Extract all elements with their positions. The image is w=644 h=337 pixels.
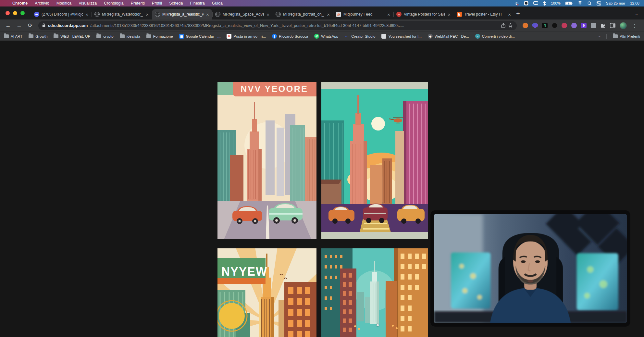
new-tab-button[interactable]: +	[514, 10, 523, 19]
extension-shield-icon[interactable]	[532, 23, 538, 28]
bookmark-label: Google Calendar - ...	[186, 34, 221, 38]
webmail-icon: ◆	[428, 34, 433, 39]
extensions-puzzle-icon[interactable]	[601, 23, 606, 28]
bookmark-converti-video[interactable]: ≈Converti i video di...	[475, 34, 515, 39]
bookmark-whatsapp[interactable]: ✆WhatsApp	[314, 34, 338, 39]
tab-etsy-travel-poster[interactable]: E Travel poster - Etsy IT ×	[454, 9, 514, 19]
bookmark-star-icon[interactable]	[508, 23, 513, 28]
bookmark-label: WEB - LEVEL-UP	[60, 34, 90, 38]
tab-midjourney-feed[interactable]: ⛵ Midjourney Feed ×	[333, 9, 393, 19]
extension-n-icon[interactable]: N	[542, 23, 548, 28]
bookmark-folder-crypto[interactable]: crypto	[96, 34, 113, 38]
tab-portrait[interactable]: MRregista_portrait_on_a ×	[273, 9, 333, 19]
forward-button[interactable]: →	[14, 22, 24, 29]
extension-purple-icon[interactable]	[571, 23, 577, 28]
extension-black-icon[interactable]	[552, 23, 557, 28]
tabs-container: (2765) Discord | @Midjou × MRregista_Wat…	[31, 9, 644, 19]
bookmark-label: Creator Studio	[351, 34, 375, 38]
menu-cronologia[interactable]: Cronologia	[104, 1, 123, 6]
menu-visualizza[interactable]: Visualizza	[79, 1, 97, 6]
menu-chrome[interactable]: Chrome	[12, 1, 28, 6]
side-panel-icon[interactable]	[610, 23, 615, 28]
bluetooth-icon[interactable]	[543, 1, 546, 6]
bookmark-you-searched[interactable]: You searched for I...	[381, 34, 422, 39]
poster-new-york-bottom-right[interactable]	[321, 248, 428, 337]
menu-guida[interactable]: Guida	[212, 1, 223, 6]
tab-space-adventure[interactable]: MRregista_Space_Advent ×	[212, 9, 273, 19]
reload-button[interactable]: ⟳	[25, 22, 35, 29]
profile-avatar[interactable]	[620, 22, 627, 29]
poster-new-york-top-right[interactable]	[321, 82, 428, 239]
bookmark-label: Growth	[35, 34, 47, 38]
midjourney-favicon-icon: ⛵	[336, 12, 341, 17]
poster-new-york-top-left[interactable]: NVV YEOORE	[217, 82, 316, 239]
tab-title: Travel poster - Etsy IT	[464, 12, 505, 17]
tab-discord[interactable]: (2765) Discord | @Midjou ×	[31, 9, 92, 19]
extension-orange-icon[interactable]	[523, 23, 528, 28]
bookmark-folder-formazione[interactable]: Formazione	[146, 34, 173, 38]
chrome-menu-icon[interactable]: ⋮	[631, 23, 638, 28]
bookmark-folder-ai-art[interactable]: AI ART	[4, 34, 22, 38]
bookmarks-overflow-chevron[interactable]: »	[598, 34, 600, 38]
bookmark-label: You searched for I...	[388, 34, 422, 38]
globe-favicon-icon	[155, 12, 160, 17]
shield-app-icon[interactable]	[524, 1, 528, 6]
bookmark-gmail[interactable]: MPosta in arrivo - ri...	[227, 34, 266, 39]
bookmark-label: AI ART	[11, 34, 22, 38]
webcam-overlay[interactable]	[430, 210, 630, 327]
tab-close-icon[interactable]: ×	[508, 12, 511, 17]
menu-preferiti[interactable]: Preferiti	[131, 1, 145, 6]
lock-icon[interactable]	[42, 23, 45, 28]
converter-icon: ≈	[475, 34, 480, 39]
bookmark-folder-web-level-up[interactable]: WEB - LEVEL-UP	[54, 34, 90, 38]
bookmark-folder-growth[interactable]: Growth	[29, 34, 47, 38]
menubar-date[interactable]: Sab 25 mar	[606, 1, 625, 5]
search-tabs-chevron-icon[interactable]: ⌄	[633, 12, 644, 19]
bookmark-folder-idealista[interactable]: idealista	[120, 34, 140, 38]
menu-finestra[interactable]: Finestra	[190, 1, 205, 6]
tab-close-icon[interactable]: ×	[387, 12, 390, 17]
tab-close-icon[interactable]: ×	[266, 12, 270, 17]
wifi-icon[interactable]	[577, 1, 583, 5]
facebook-icon: f	[272, 34, 277, 39]
minimize-window-button[interactable]	[13, 11, 17, 15]
other-favorites[interactable]: Altri Preferiti	[613, 34, 640, 38]
bookmark-facebook[interactable]: fRiccardo Scrocca	[272, 34, 308, 39]
menu-scheda[interactable]: Scheda	[169, 1, 183, 6]
tab-realistic-view-active[interactable]: MRregista_a_realistic_vie ×	[152, 9, 212, 19]
tab-close-icon[interactable]: ×	[447, 12, 451, 17]
tab-close-icon[interactable]: ×	[327, 12, 330, 17]
zoom-window-button[interactable]	[20, 11, 25, 15]
tab-watercolor[interactable]: MRregista_Watercolor_Pa ×	[92, 9, 152, 19]
extension-five-icon[interactable]: 5	[581, 23, 587, 28]
tab-close-icon[interactable]: ×	[85, 12, 89, 17]
address-bar[interactable]: cdn.discordapp.com /attachments/10135123…	[38, 21, 517, 30]
url-path: /attachments/1013512335442333816/1089142…	[90, 23, 499, 28]
close-window-button[interactable]	[6, 11, 10, 15]
folder-icon	[4, 34, 9, 38]
share-icon[interactable]	[501, 23, 505, 28]
spotlight-search-icon[interactable]	[588, 1, 592, 6]
menu-modifica[interactable]: Modifica	[56, 1, 72, 6]
bookmark-creator-studio[interactable]: ∞Creator Studio	[344, 34, 375, 39]
display-icon[interactable]	[533, 1, 538, 5]
tab-close-icon[interactable]: ×	[206, 12, 209, 17]
menubar-time[interactable]: 12:08	[630, 1, 639, 5]
menu-archivio[interactable]: Archivio	[35, 1, 49, 6]
poster-title-text: NYYEW	[221, 265, 267, 278]
control-center-icon[interactable]	[597, 1, 601, 6]
menu-profili[interactable]: Profili	[152, 1, 162, 6]
tab-title: MRregista_Watercolor_Pa	[102, 12, 143, 17]
back-button[interactable]: ←	[3, 22, 13, 29]
poster-new-york-bottom-left[interactable]: NYYEW	[217, 248, 316, 337]
globe-favicon-icon	[215, 12, 220, 17]
site-favicon-icon	[396, 12, 402, 17]
extension-grid-icon[interactable]	[591, 23, 596, 28]
bookmark-google-calendar[interactable]: ▦Google Calendar - ...	[179, 34, 221, 39]
extension-pink-icon[interactable]	[562, 23, 567, 28]
bookmark-webmail-pec[interactable]: ◆WebMail PEC - De...	[428, 34, 469, 39]
creator-studio-icon: ∞	[344, 34, 349, 39]
tab-vintage-posters[interactable]: Vintage Posters for Sale | ×	[393, 9, 454, 19]
broadcast-icon[interactable]	[514, 1, 519, 6]
tab-close-icon[interactable]: ×	[145, 12, 149, 17]
